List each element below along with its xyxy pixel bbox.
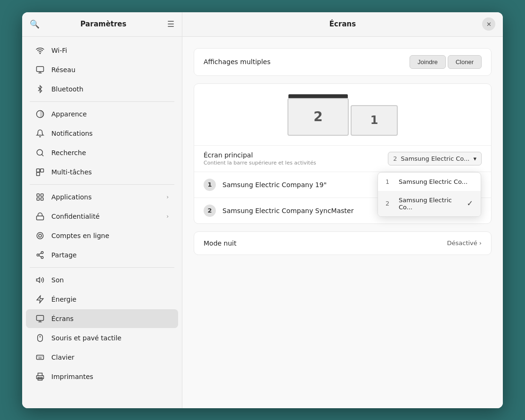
svg-line-6 [41,154,43,156]
night-mode-card: Mode nuit Désactivé › [194,231,492,255]
svg-line-19 [39,255,41,257]
svg-rect-14 [37,216,44,220]
sidebar-item-souris[interactable]: Souris et pavé tactile [26,329,178,347]
sidebar-label-partage: Partage [51,251,169,259]
svg-rect-7 [37,169,40,172]
close-button[interactable]: ✕ [482,17,495,31]
dropdown-option-2[interactable]: 2 Samsung Electric Co... ✓ [378,191,481,216]
svg-rect-22 [37,315,44,321]
clone-button[interactable]: Cloner [448,55,482,69]
sidebar-item-reseau[interactable]: Réseau [26,60,178,79]
sidebar-item-bluetooth[interactable]: Bluetooth [26,80,178,99]
sidebar-label-energie: Énergie [51,296,169,303]
sidebar-label-reseau: Réseau [51,66,169,74]
monitor-2-number: 2 [313,109,322,124]
sidebar-label-multitaches: Multi-tâches [51,168,169,176]
svg-rect-9 [37,172,40,175]
svg-marker-21 [37,277,40,282]
sidebar-item-imprimantes[interactable]: Imprimantes [26,367,178,386]
sidebar-label-son: Son [51,276,169,284]
network-icon [35,65,45,74]
primary-selected-name: Samsung Electric Co... [401,155,469,162]
sidebar-label-souris: Souris et pavé tactile [51,334,169,342]
privacy-icon [35,212,45,221]
printer-icon [35,372,45,381]
sidebar-item-recherche[interactable]: Recherche [26,143,178,162]
join-button[interactable]: Joindre [410,55,446,69]
monitor-2-preview[interactable]: 2 [287,98,349,136]
appearance-icon [35,109,45,119]
primary-dropdown-trigger[interactable]: 2 Samsung Electric Co... ▾ 1 Samsung Ele… [388,152,482,165]
svg-rect-1 [37,66,44,72]
sidebar-item-confidentialite[interactable]: Confidentialité › [26,207,178,226]
sidebar-label-recherche: Recherche [51,149,169,156]
sidebar: Wi-Fi Réseau Bluetooth [22,37,182,408]
sidebar-label-clavier: Clavier [51,354,169,361]
svg-line-20 [39,253,41,254]
svg-point-15 [39,234,41,237]
night-mode-chevron: › [479,239,482,247]
display-preview: 2 1 [194,84,491,145]
mouse-icon [35,333,45,343]
share-icon [35,250,45,260]
sidebar-item-partage[interactable]: Partage [26,246,178,264]
search-sidebar-icon [35,148,45,157]
dropdown-opt1-name: Samsung Electric Co... [399,178,473,185]
sidebar-item-ecrans[interactable]: Écrans [26,309,178,328]
sidebar-item-multitaches[interactable]: Multi-tâches [26,163,178,181]
multitask-icon [35,167,45,177]
settings-window: 🔍 Paramètres ☰ Écrans ✕ Wi-Fi [22,12,503,408]
sidebar-label-notifications: Notifications [51,130,169,137]
monitor-1-number: 1 [370,114,378,127]
night-mode-value: Désactivé › [447,239,482,247]
sidebar-item-wifi[interactable]: Wi-Fi [26,41,178,60]
sidebar-item-son[interactable]: Son [26,271,178,289]
svg-rect-27 [37,355,44,359]
sidebar-label-ecrans: Écrans [51,315,169,322]
sidebar-label-confidentialite: Confidentialité [51,213,160,220]
svg-rect-13 [41,198,43,200]
primary-dropdown-popup: 1 Samsung Electric Co... 2 Samsung Elect… [377,172,481,217]
sidebar-item-comptesenline[interactable]: Comptes en ligne [26,226,178,245]
svg-point-0 [40,53,41,54]
sidebar-item-notifications[interactable]: Notifications [26,124,178,143]
sidebar-item-energie[interactable]: Énergie [26,290,178,309]
primary-label: Écran principal [204,151,388,159]
screen-icon [35,314,45,323]
wifi-icon [35,46,45,55]
display-config-card: 2 1 Écran principal Contient la barre su… [194,83,492,224]
dropdown-arrow-icon: ▾ [473,155,476,162]
menu-icon[interactable]: ☰ [167,19,174,29]
svg-rect-12 [37,198,39,200]
sidebar-label-applications: Applications [51,193,160,201]
primary-selected-num: 2 [393,155,397,162]
separator-1 [30,101,174,102]
monitor-badge-1: 1 [204,179,216,191]
sidebar-item-applications[interactable]: Applications › [26,188,178,206]
dropdown-opt2-name: Samsung Electric Co... [399,197,461,211]
night-mode-row[interactable]: Mode nuit Désactivé › [194,232,491,255]
dropdown-opt2-num: 2 [386,200,393,207]
multi-display-label: Affichages multiples [204,58,410,66]
monitor-badge-2: 2 [204,205,216,217]
search-icon[interactable]: 🔍 [30,19,40,29]
bell-icon [35,129,45,138]
dropdown-option-1[interactable]: 1 Samsung Electric Co... [378,173,481,191]
bluetooth-icon [35,84,45,94]
sidebar-item-clavier[interactable]: Clavier [26,348,178,367]
svg-rect-11 [41,194,43,196]
apps-icon [35,192,45,202]
dropdown-check-icon: ✓ [467,199,473,208]
night-mode-label: Mode nuit [204,239,447,247]
svg-rect-10 [37,194,39,196]
keyboard-icon [35,353,45,362]
primary-screen-row: Écran principal Contient la barre supéri… [194,145,491,172]
confidentialite-chevron: › [166,213,169,220]
panel-title: Écrans [329,20,356,28]
accounts-icon [35,231,45,240]
sidebar-item-apparence[interactable]: Apparence [26,105,178,124]
energy-icon [35,295,45,304]
monitor-1-preview[interactable]: 1 [351,105,398,136]
sidebar-label-wifi: Wi-Fi [51,47,169,54]
window-title: Paramètres [40,20,167,28]
